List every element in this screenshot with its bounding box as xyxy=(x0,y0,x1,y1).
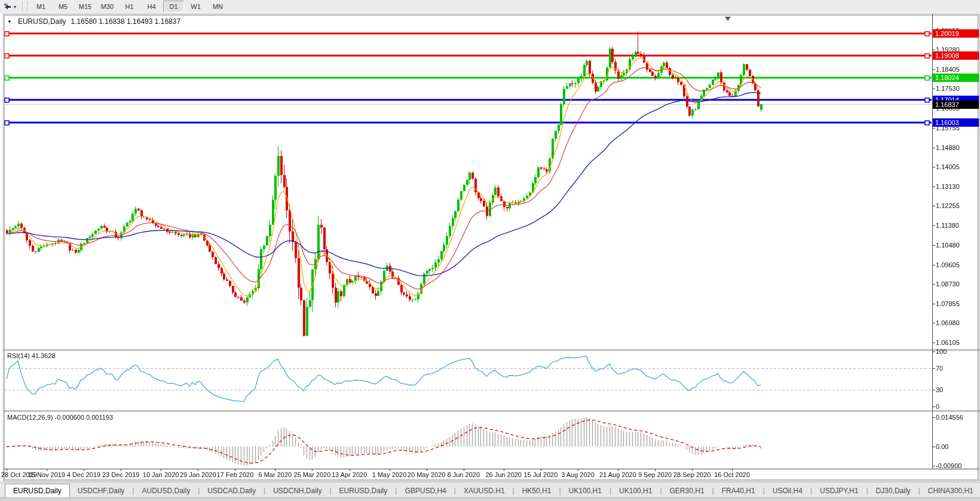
timeframe-toolbar: ▾ M1M5M15M30H1H4D1W1MN xyxy=(0,0,980,14)
price-tick-label: 1.08730 xyxy=(936,280,960,288)
date-tick-label: 1 May 2020 xyxy=(372,471,406,479)
toolbar-grip xyxy=(22,2,27,11)
chart-title: ▼ EURUSD,Daily 1.16580 1.16838 1.16493 1… xyxy=(7,17,180,26)
price-tick-label: 1.12255 xyxy=(936,202,960,209)
chevron-down-icon: ▾ xyxy=(14,4,16,10)
timeframe-button-m1[interactable]: M1 xyxy=(30,1,51,13)
chart-tab-0[interactable]: EURUSD,Daily xyxy=(5,484,70,497)
timeframe-button-mn[interactable]: MN xyxy=(207,1,228,13)
rsi-tick-label: 100 xyxy=(936,348,947,355)
chart-tab-9[interactable]: UK100,H1 xyxy=(561,485,610,497)
date-tick-label: 25 Mar 2020 xyxy=(294,471,331,479)
chart-tab-16[interactable]: CHINA300,H1 xyxy=(920,485,980,497)
price-tick-label: 1.10480 xyxy=(936,242,960,249)
date-tick-label: 13 Apr 2020 xyxy=(332,471,367,479)
rsi-tick-label: 70 xyxy=(936,365,943,372)
date-tick-label: 15 Jul 2020 xyxy=(523,471,558,479)
price-tick-label: 1.17530 xyxy=(936,85,960,92)
chart-tab-5[interactable]: EURUSD,Daily xyxy=(332,485,396,497)
date-tick-label: 23 Dec 2019 xyxy=(102,471,139,479)
chart-tab-2[interactable]: AUDUSD,Daily xyxy=(134,485,198,497)
timeframe-button-w1[interactable]: W1 xyxy=(185,1,206,13)
date-tick-label: 8 Jun 2020 xyxy=(448,471,480,479)
rsi-tick-label: 30 xyxy=(936,386,943,393)
price-tick-label: 1.13130 xyxy=(936,183,960,190)
chart-window: ▼ EURUSD,Daily 1.16580 1.16838 1.16493 1… xyxy=(0,13,980,482)
date-tick-label: 21 Aug 2020 xyxy=(599,471,636,479)
timeframe-button-d1[interactable]: D1 xyxy=(163,1,184,13)
price-tick-label: 1.14005 xyxy=(936,163,960,170)
date-tick-label: 20 May 2020 xyxy=(408,471,446,479)
price-chart-canvas[interactable] xyxy=(0,13,980,482)
chart-tab-10[interactable]: UK100,H1 xyxy=(611,485,660,497)
chart-tab-7[interactable]: XAUUSD,H1 xyxy=(456,485,513,497)
date-tick-label: 26 Jun 2020 xyxy=(485,471,522,479)
chart-cursor-tool[interactable]: ▾ xyxy=(0,1,20,12)
timeframe-button-m30[interactable]: M30 xyxy=(97,1,118,13)
date-tick-label: 16 Oct 2020 xyxy=(714,471,750,479)
timeframe-button-h4[interactable]: H4 xyxy=(141,1,162,13)
rsi-tick-label: 0 xyxy=(936,403,939,410)
price-tick-label: 1.09605 xyxy=(936,261,960,268)
date-tick-label: 9 Sep 2020 xyxy=(638,471,672,479)
date-tick-label: 17 Feb 2020 xyxy=(217,471,254,479)
chart-tab-3[interactable]: USDCAD,Daily xyxy=(200,485,264,497)
level-price-badge: 1.19008 xyxy=(933,51,979,60)
chart-ohlc-values: 1.16580 1.16838 1.16493 1.16837 xyxy=(71,17,181,26)
chart-symbol-label: EURUSD,Daily xyxy=(18,17,66,26)
chart-tab-1[interactable]: USDCHF,Daily xyxy=(70,485,133,497)
date-tick-label: 3 Aug 2020 xyxy=(561,471,595,479)
date-tick-label: 29 Jan 2020 xyxy=(180,471,216,479)
rsi-indicator-label: RSI(14) 41.3628 xyxy=(7,352,56,359)
chart-tab-bar: EURUSD,DailyUSDCHF,Daily|AUDUSD,Daily|US… xyxy=(0,482,980,497)
level-price-badge: 1.18024 xyxy=(933,74,979,82)
status-strip xyxy=(0,497,980,501)
current-price-badge: 1.16837 xyxy=(933,100,979,109)
chart-tab-12[interactable]: FRA40,H1 xyxy=(714,485,763,497)
chart-tab-4[interactable]: USDCNH,Daily xyxy=(265,485,329,497)
date-tick-label: 10 Jan 2020 xyxy=(143,471,179,479)
macd-indicator-label: MACD(12,26,9) -0.000600 0.001193 xyxy=(7,414,113,421)
timeframe-button-m15[interactable]: M15 xyxy=(75,1,96,13)
macd-tick-label: 0.014556 xyxy=(936,414,963,421)
timeframe-button-m5[interactable]: M5 xyxy=(53,1,74,13)
macd-tick-label: -0.00900 xyxy=(936,462,961,469)
timeframe-buttons: M1M5M15M30H1H4D1W1MN xyxy=(30,1,229,13)
timeframe-button-h1[interactable]: H1 xyxy=(119,1,140,13)
price-tick-label: 1.07855 xyxy=(936,300,960,307)
date-tick-label: 6 Mar 2020 xyxy=(258,471,292,479)
collapse-triangle-icon[interactable]: ▼ xyxy=(7,19,12,25)
date-tick-label: 4 Dec 2019 xyxy=(67,471,100,479)
chart-tab-6[interactable]: GBPUSD,H4 xyxy=(397,485,454,497)
date-tick-label: 15 Nov 2019 xyxy=(28,471,65,479)
date-tick-label: 28 Sep 2020 xyxy=(673,471,710,479)
price-tick-label: 1.14880 xyxy=(936,144,960,151)
cursor-tool-icon xyxy=(4,2,12,11)
chart-tab-8[interactable]: HK50,H1 xyxy=(514,485,559,497)
level-price-badge: 1.20019 xyxy=(933,29,979,38)
price-tick-label: 1.18405 xyxy=(936,66,960,73)
price-tick-label: 1.11380 xyxy=(936,222,959,229)
chart-tab-15[interactable]: DJ30,Daily xyxy=(868,485,918,497)
chart-tab-14[interactable]: USDJPY,H1 xyxy=(812,485,866,497)
price-tick-label: 1.06980 xyxy=(936,319,960,326)
mt4-terminal: ▾ M1M5M15M30H1H4D1W1MN ▼ EURUSD,Daily 1.… xyxy=(0,0,980,501)
price-tick-label: 1.06105 xyxy=(936,339,960,346)
macd-tick-label: 0.00 xyxy=(936,443,948,450)
level-price-badge: 1.16003 xyxy=(933,118,979,127)
chart-tab-11[interactable]: GER30,H1 xyxy=(662,485,712,497)
chart-tab-13[interactable]: USOil,H4 xyxy=(765,485,810,497)
